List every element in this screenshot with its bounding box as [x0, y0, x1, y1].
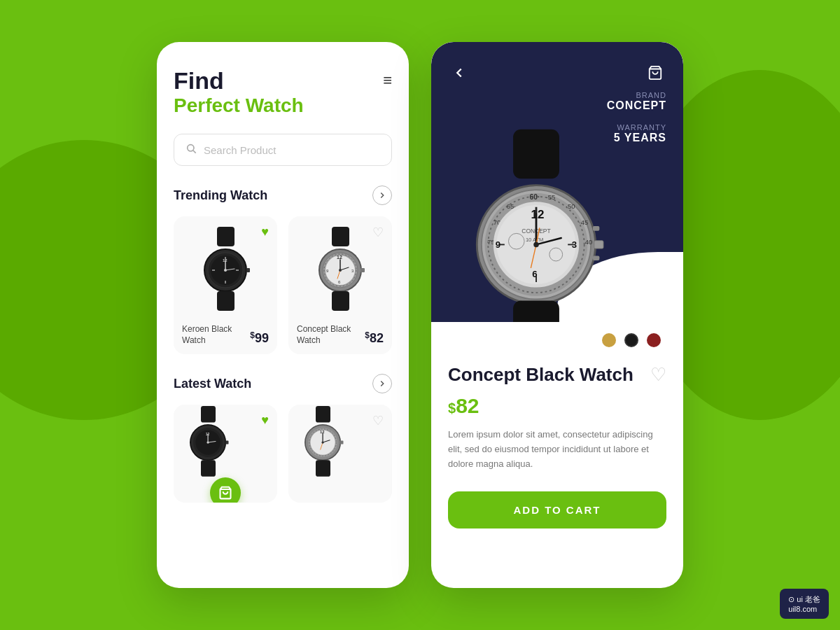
watch-svg-1: 12 — [196, 227, 255, 314]
product-2-info: Concept BlackWatch $82 — [297, 318, 384, 346]
product-detail-price: $82 — [448, 394, 666, 418]
hero-watch: 60· ·55 65· ·50 70· ·45 75 40 — [445, 140, 627, 322]
product-1-info: Keroen BlackWatch $99 — [182, 318, 269, 346]
search-box[interactable]: Search Product — [174, 134, 392, 166]
latest-section-header: Latest Watch — [174, 374, 392, 393]
svg-line-1 — [193, 150, 196, 153]
cart-fab[interactable] — [210, 477, 241, 503]
watermark: ⊙ ui 老爸 uil8.com — [780, 589, 829, 619]
color-dot-black[interactable] — [624, 333, 638, 347]
svg-rect-55 — [513, 130, 559, 179]
latest-watch-svg-2: 12 — [297, 406, 349, 479]
svg-rect-90 — [513, 300, 559, 322]
product-2-name: Concept BlackWatch — [297, 324, 365, 346]
svg-rect-89 — [593, 255, 599, 260]
product-detail-description: Lorem ipsum dolor sit amet, consectetur … — [448, 428, 666, 471]
bag-button[interactable] — [644, 62, 666, 84]
product-1-price: $99 — [250, 330, 269, 346]
svg-point-86 — [533, 242, 539, 248]
watch-image-2: 12 3 6 9 — [297, 225, 384, 316]
right-dark-section: BRAND CONCEPT WARRANTY 5 YEARS — [431, 42, 683, 322]
heart-icon-1[interactable]: ♥ — [261, 225, 269, 239]
trending-title: Trending Watch — [174, 188, 267, 203]
svg-rect-87 — [594, 241, 603, 248]
title-sub: Perfect Watch — [174, 94, 304, 117]
trending-section-header: Trending Watch — [174, 186, 392, 205]
wishlist-button[interactable]: ♡ — [650, 364, 666, 386]
left-header: Find Perfect Watch ≡ — [174, 67, 392, 117]
svg-text:·50: ·50 — [566, 202, 575, 210]
svg-rect-42 — [316, 406, 330, 423]
svg-rect-15 — [217, 291, 234, 311]
latest-title: Latest Watch — [174, 377, 251, 391]
heart-icon-2[interactable]: ♡ — [372, 225, 384, 240]
svg-rect-16 — [332, 227, 349, 246]
svg-text:12: 12 — [320, 430, 325, 434]
screens-container: Find Perfect Watch ≡ Search Product Tren… — [157, 42, 683, 588]
latest-heart-2[interactable]: ♡ — [372, 413, 384, 428]
color-options — [448, 333, 666, 347]
product-card-2[interactable]: ♡ 12 3 6 9 — [288, 216, 392, 354]
svg-text:3: 3 — [572, 239, 577, 250]
hero-watch-svg: 60· ·55 65· ·50 70· ·45 75 40 — [445, 126, 627, 322]
svg-text:10 ATM: 10 ATM — [526, 237, 543, 243]
trending-arrow[interactable] — [372, 186, 392, 205]
svg-rect-31 — [201, 406, 216, 423]
brand-value: CONCEPT — [607, 99, 666, 112]
right-white-section: ♡ Concept Black Watch $82 Lorem ipsum do… — [431, 322, 683, 542]
svg-text:12: 12 — [337, 255, 342, 260]
add-to-cart-button[interactable]: ADD TO CART — [448, 491, 666, 528]
watch-svg-2: 12 3 6 9 — [311, 227, 370, 314]
svg-text:6: 6 — [532, 269, 537, 279]
svg-point-13 — [224, 269, 227, 272]
svg-point-0 — [188, 145, 194, 151]
trending-products-row: ♥ — [174, 216, 392, 354]
svg-rect-39 — [225, 441, 228, 444]
right-screen: BRAND CONCEPT WARRANTY 5 YEARS — [431, 42, 683, 588]
color-dot-red[interactable] — [647, 333, 661, 347]
svg-rect-29 — [360, 268, 365, 272]
svg-text:40: 40 — [585, 238, 592, 246]
svg-text:60·: 60· — [530, 193, 540, 201]
search-icon — [186, 143, 197, 157]
watch-image-1: 12 — [182, 225, 269, 316]
latest-heart-1[interactable]: ♥ — [261, 413, 269, 428]
title-find: Find — [174, 67, 304, 94]
svg-text:12: 12 — [531, 208, 544, 221]
svg-rect-88 — [593, 226, 599, 231]
back-button[interactable] — [448, 62, 470, 84]
left-screen: Find Perfect Watch ≡ Search Product Tren… — [157, 42, 409, 588]
svg-rect-14 — [246, 268, 250, 272]
search-placeholder: Search Product — [204, 144, 276, 156]
svg-rect-30 — [332, 291, 349, 311]
svg-rect-2 — [217, 227, 234, 246]
svg-rect-53 — [316, 461, 330, 477]
svg-point-38 — [206, 442, 209, 444]
svg-point-28 — [339, 269, 342, 272]
latest-card-2[interactable]: ♡ 12 — [288, 405, 392, 503]
hamburger-icon[interactable]: ≡ — [383, 71, 392, 90]
right-header — [431, 42, 683, 84]
product-detail-name: Concept Black Watch — [448, 364, 666, 386]
svg-rect-52 — [340, 441, 343, 444]
latest-arrow[interactable] — [372, 374, 392, 393]
svg-text:·55: ·55 — [546, 193, 555, 201]
product-1-name: Keroen BlackWatch — [182, 324, 250, 346]
latest-watch-svg-1: 12 — [182, 406, 234, 479]
app-title: Find Perfect Watch — [174, 67, 304, 117]
svg-point-51 — [321, 442, 323, 444]
latest-products-row: ♥ 12 — [174, 405, 392, 503]
brand-label: BRAND — [607, 91, 666, 99]
svg-text:·45: ·45 — [579, 218, 588, 226]
product-card-1[interactable]: ♥ — [174, 216, 277, 354]
svg-text:9: 9 — [496, 239, 500, 250]
latest-card-1[interactable]: ♥ 12 — [174, 405, 277, 503]
color-dot-gold[interactable] — [602, 333, 616, 347]
product-2-price: $82 — [365, 330, 384, 346]
svg-rect-40 — [201, 461, 216, 477]
